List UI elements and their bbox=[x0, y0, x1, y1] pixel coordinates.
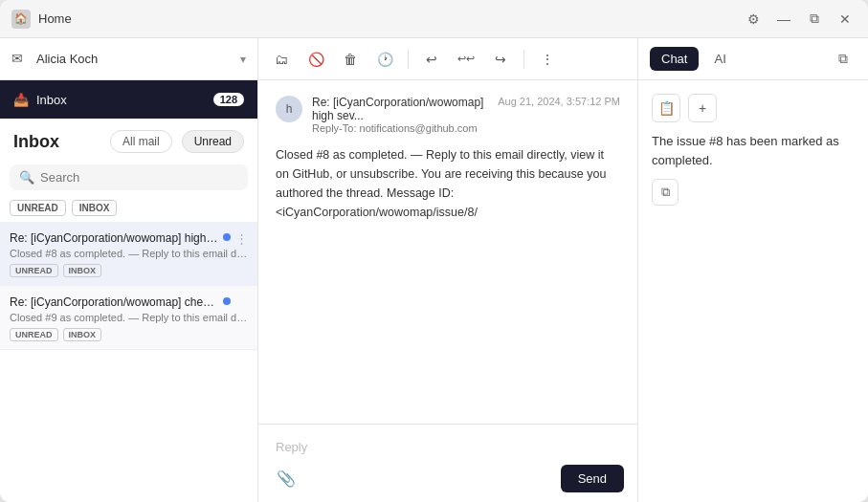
titlebar-actions: ⚙ — ⧉ ✕ bbox=[742, 8, 857, 31]
unread-email-tag: UNREAD bbox=[10, 328, 58, 341]
delete-button[interactable]: 🗑 bbox=[337, 46, 364, 73]
sender-avatar: h bbox=[276, 96, 302, 122]
search-bar: 🔍 bbox=[10, 164, 248, 190]
note-button[interactable]: 📋 bbox=[652, 94, 680, 122]
unread-tag: UNREAD bbox=[10, 200, 66, 216]
chevron-down-icon: ▾ bbox=[240, 53, 246, 66]
new-chat-button[interactable]: + bbox=[688, 94, 717, 122]
main-window: 🏠 Home ⚙ — ⧉ ✕ ✉ Alicia Koch ▾ 📥 Inbox 1… bbox=[0, 0, 868, 502]
main-content: ✉ Alicia Koch ▾ 📥 Inbox 128 Inbox All ma… bbox=[0, 38, 868, 502]
chat-content: 📋 + The issue #8 has been marked as comp… bbox=[638, 80, 868, 502]
inbox-email-tag: INBOX bbox=[63, 264, 102, 277]
send-button[interactable]: Send bbox=[561, 465, 624, 492]
snooze-button[interactable]: 🕐 bbox=[371, 46, 398, 73]
tag-row: UNREAD INBOX bbox=[0, 196, 257, 222]
mail-icon: ✉ bbox=[11, 51, 29, 68]
reply-button[interactable]: ↩ bbox=[418, 46, 445, 73]
minimize-button[interactable]: — bbox=[772, 8, 795, 31]
tab-ai[interactable]: AI bbox=[702, 47, 737, 71]
window-title: Home bbox=[38, 11, 742, 26]
inbox-tag: INBOX bbox=[72, 200, 118, 216]
email-reply-to: Reply-To: notifications@github.com bbox=[312, 122, 498, 134]
tab-chat[interactable]: Chat bbox=[650, 47, 699, 71]
list-item[interactable]: Re: [iCyanCorporation/wowomap] check loc… bbox=[0, 286, 257, 350]
inbox-label: Inbox bbox=[36, 93, 213, 107]
chat-tabs: Chat AI ⧉ bbox=[638, 38, 868, 80]
email-preview: Closed #8 as completed. — Reply to this … bbox=[10, 248, 248, 259]
sender-initial: h bbox=[286, 102, 293, 116]
inbox-email-tag: INBOX bbox=[63, 328, 102, 341]
reply-all-button[interactable]: ↩↩ bbox=[453, 46, 479, 73]
close-button[interactable]: ✕ bbox=[834, 8, 857, 31]
chat-panel: Chat AI ⧉ 📋 + The issue #8 has been mark… bbox=[638, 38, 868, 502]
toolbar-separator bbox=[408, 50, 409, 69]
email-tags: UNREAD INBOX bbox=[10, 264, 248, 277]
email-meta-row: h Re: [iCyanCorporation/wowomap] high se… bbox=[276, 96, 620, 134]
inbox-nav-item[interactable]: 📥 Inbox 128 bbox=[0, 80, 257, 119]
email-subject: Re: [iCyanCorporation/wowomap] check loc… bbox=[10, 295, 248, 309]
reply-actions: 📎 Send bbox=[268, 464, 628, 492]
email-timestamp: Aug 21, 2024, 3:57:12 PM bbox=[498, 96, 620, 107]
chat-action-row: 📋 + bbox=[652, 94, 855, 122]
inbox-icon: 📥 bbox=[13, 93, 29, 107]
forward-button[interactable]: ↪ bbox=[487, 46, 514, 73]
sidebar: ✉ Alicia Koch ▾ 📥 Inbox 128 Inbox All ma… bbox=[0, 38, 258, 502]
app-icon: 🏠 bbox=[11, 10, 31, 29]
filter-unread-button[interactable]: Unread bbox=[182, 130, 244, 153]
filter-all-button[interactable]: All mail bbox=[110, 130, 172, 153]
archive-button[interactable]: 🗂 bbox=[268, 46, 295, 73]
chat-message: The issue #8 has been marked as complete… bbox=[652, 132, 855, 169]
email-info: Re: [iCyanCorporation/wowomap] high sev.… bbox=[312, 96, 498, 134]
sidebar-title: Inbox bbox=[13, 132, 100, 152]
maximize-button[interactable]: ⧉ bbox=[803, 8, 826, 31]
reply-area: Reply 📎 Send bbox=[258, 424, 637, 502]
expand-panel-button[interactable]: ⧉ bbox=[830, 46, 857, 73]
email-preview: Closed #9 as completed. — Reply to this … bbox=[10, 312, 248, 323]
account-selector[interactable]: ✉ Alicia Koch ▾ bbox=[0, 38, 257, 80]
more-icon[interactable]: ⋮ bbox=[235, 231, 248, 246]
settings-button[interactable]: ⚙ bbox=[742, 8, 765, 31]
unread-dot bbox=[223, 297, 231, 305]
unread-email-tag: UNREAD bbox=[10, 264, 58, 277]
reply-label: Reply bbox=[268, 434, 628, 464]
more-button[interactable]: ⋮ bbox=[534, 46, 561, 73]
toolbar-separator bbox=[523, 50, 524, 69]
list-item[interactable]: ⋮ Re: [iCyanCorporation/wowomap] high vu… bbox=[0, 222, 257, 286]
search-icon: 🔍 bbox=[19, 170, 34, 185]
email-content: h Re: [iCyanCorporation/wowomap] high se… bbox=[258, 80, 637, 424]
email-tags: UNREAD INBOX bbox=[10, 328, 248, 341]
email-subject: Re: [iCyanCorporation/wowomap] high vuln… bbox=[10, 231, 248, 245]
email-subject-line: Re: [iCyanCorporation/wowomap] high sev.… bbox=[312, 96, 498, 122]
attach-button[interactable]: 📎 bbox=[272, 464, 300, 492]
email-header-row: h Re: [iCyanCorporation/wowomap] high se… bbox=[276, 96, 498, 134]
sidebar-header: Inbox All mail Unread bbox=[0, 119, 257, 159]
copy-button[interactable]: ⧉ bbox=[652, 179, 679, 206]
email-body: Closed #8 as completed. — Reply to this … bbox=[276, 142, 620, 226]
spam-button[interactable]: 🚫 bbox=[302, 46, 329, 73]
search-input[interactable] bbox=[40, 170, 238, 185]
inbox-badge: 128 bbox=[213, 93, 244, 106]
account-name: Alicia Koch bbox=[36, 52, 240, 66]
unread-dot bbox=[223, 233, 231, 241]
email-toolbar: 🗂 🚫 🗑 🕐 ↩ ↩↩ ↪ ⋮ bbox=[258, 38, 637, 80]
titlebar: 🏠 Home ⚙ — ⧉ ✕ bbox=[0, 0, 868, 38]
email-list: ⋮ Re: [iCyanCorporation/wowomap] high vu… bbox=[0, 222, 257, 502]
email-view: 🗂 🚫 🗑 🕐 ↩ ↩↩ ↪ ⋮ h bbox=[258, 38, 638, 502]
